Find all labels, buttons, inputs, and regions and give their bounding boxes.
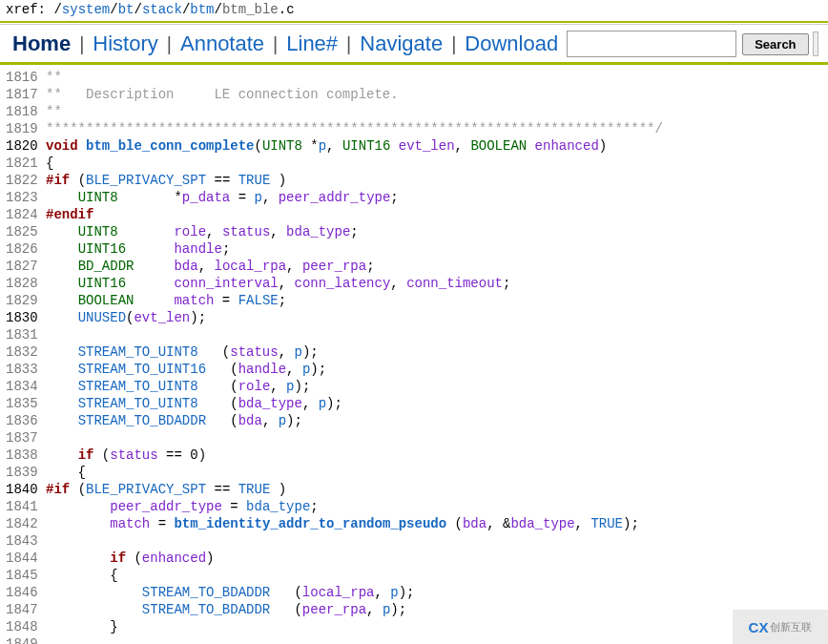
- line-source: if (enhanced): [38, 550, 663, 567]
- nav-sep: |: [161, 33, 177, 55]
- watermark-logo: CX: [749, 619, 769, 635]
- line-number[interactable]: 1849: [6, 635, 38, 644]
- line-number[interactable]: 1821: [6, 155, 38, 172]
- xref-segment[interactable]: btm: [190, 2, 214, 17]
- line-number[interactable]: 1832: [6, 343, 38, 361]
- line-number[interactable]: 1837: [6, 429, 38, 447]
- line-number[interactable]: 1823: [6, 189, 38, 206]
- xref-fileext: .c: [279, 2, 295, 17]
- panel-toggle[interactable]: [813, 31, 818, 56]
- tab-history[interactable]: History: [90, 31, 160, 56]
- line-number[interactable]: 1833: [6, 361, 38, 378]
- code-line: 1846 STREAM_TO_BDADDR (local_rpa, p);: [6, 584, 663, 601]
- line-number[interactable]: 1843: [6, 532, 38, 550]
- line-number[interactable]: 1838: [6, 447, 38, 464]
- search-button[interactable]: Search: [742, 33, 808, 55]
- line-number[interactable]: 1829: [6, 292, 38, 309]
- code-line: 1837: [6, 429, 663, 447]
- code-line: 1844 if (enhanced): [6, 550, 663, 567]
- line-source: {: [38, 464, 663, 481]
- line-number[interactable]: 1845: [6, 567, 38, 584]
- line-source: [38, 532, 663, 550]
- line-source: [38, 429, 663, 447]
- line-source: [38, 326, 663, 343]
- line-source: STREAM_TO_UINT8 (role, p);: [38, 378, 663, 395]
- code-line: 1835 STREAM_TO_UINT8 (bda_type, p);: [6, 395, 663, 412]
- line-number[interactable]: 1831: [6, 326, 38, 343]
- nav-sep: |: [267, 33, 283, 55]
- line-number[interactable]: 1836: [6, 412, 38, 429]
- line-number[interactable]: 1822: [6, 172, 38, 189]
- code-line: 1838 if (status == 0): [6, 447, 663, 464]
- line-number[interactable]: 1825: [6, 223, 38, 240]
- code-line: 1840 #if (BLE_PRIVACY_SPT == TRUE ): [6, 481, 663, 498]
- navbar: Home | History | Annotate | Line# | Navi…: [0, 25, 828, 65]
- xref-segment[interactable]: bt: [118, 2, 135, 17]
- code-line: 1842 match = btm_identity_addr_to_random…: [6, 515, 663, 532]
- xref-label: xref:: [6, 2, 53, 17]
- code-line: 1819 ***********************************…: [6, 120, 663, 137]
- code-line: 1848 }: [6, 618, 663, 635]
- line-source: UINT8 *p_data = p, peer_addr_type;: [38, 189, 663, 206]
- xref-filestem: btm_ble: [222, 2, 279, 17]
- line-source: }: [38, 618, 663, 635]
- watermark-text: 创新互联: [770, 620, 812, 634]
- line-source: peer_addr_type = bda_type;: [38, 498, 663, 515]
- code-line: 1834 STREAM_TO_UINT8 (role, p);: [6, 378, 663, 395]
- line-number[interactable]: 1835: [6, 395, 38, 412]
- line-number[interactable]: 1818: [6, 103, 38, 120]
- line-number[interactable]: 1848: [6, 618, 38, 635]
- line-number[interactable]: 1840: [6, 481, 38, 498]
- code-line: 1828 UINT16 conn_interval, conn_latency,…: [6, 275, 663, 292]
- line-number[interactable]: 1841: [6, 498, 38, 515]
- code-line: 1845 {: [6, 567, 663, 584]
- code-line: 1833 STREAM_TO_UINT16 (handle, p);: [6, 361, 663, 378]
- line-source: STREAM_TO_UINT8 (bda_type, p);: [38, 395, 663, 412]
- code-line: 1831: [6, 326, 663, 343]
- line-number[interactable]: 1819: [6, 120, 38, 137]
- line-number[interactable]: 1842: [6, 515, 38, 532]
- line-number[interactable]: 1847: [6, 601, 38, 618]
- code-line: 1830 UNUSED(evt_len);: [6, 309, 663, 326]
- line-number[interactable]: 1846: [6, 584, 38, 601]
- line-number[interactable]: 1839: [6, 464, 38, 481]
- code-line: 1829 BOOLEAN match = FALSE;: [6, 292, 663, 309]
- search-input[interactable]: [567, 31, 736, 57]
- code-line: 1818 **: [6, 103, 663, 120]
- line-source: STREAM_TO_BDADDR (peer_rpa, p);: [38, 601, 663, 618]
- line-source: STREAM_TO_BDADDR (local_rpa, p);: [38, 584, 663, 601]
- nav-sep: |: [73, 33, 90, 55]
- tab-annotate[interactable]: Annotate: [177, 31, 267, 56]
- code-line: 1816 **: [6, 69, 663, 86]
- tab-line[interactable]: Line#: [283, 31, 341, 56]
- code-line: 1825 UINT8 role, status, bda_type;: [6, 223, 663, 240]
- line-number[interactable]: 1828: [6, 275, 38, 292]
- line-number[interactable]: 1834: [6, 378, 38, 395]
- line-number[interactable]: 1824: [6, 206, 38, 223]
- tab-navigate[interactable]: Navigate: [357, 31, 445, 56]
- code-line: 1832 STREAM_TO_UINT8 (status, p);: [6, 343, 663, 361]
- tab-home[interactable]: Home: [10, 31, 73, 56]
- line-number[interactable]: 1830: [6, 309, 38, 326]
- code-line: 1836 STREAM_TO_BDADDR (bda, p);: [6, 412, 663, 429]
- line-number[interactable]: 1817: [6, 86, 38, 103]
- line-number[interactable]: 1816: [6, 69, 38, 86]
- line-source: STREAM_TO_BDADDR (bda, p);: [38, 412, 663, 429]
- code-line: 1827 BD_ADDR bda, local_rpa, peer_rpa;: [6, 258, 663, 275]
- code-line: 1849: [6, 635, 663, 644]
- line-source: if (status == 0): [38, 447, 663, 464]
- line-source: **: [38, 69, 663, 86]
- line-source: UINT16 handle;: [38, 240, 663, 258]
- tab-download[interactable]: Download: [462, 31, 561, 56]
- watermark: CX 创新互联: [733, 610, 828, 644]
- line-number[interactable]: 1827: [6, 258, 38, 275]
- code-line: 1817 ** Description LE connection comple…: [6, 86, 663, 103]
- xref-segment[interactable]: stack: [142, 2, 182, 17]
- nav-sep: |: [341, 33, 357, 55]
- xref-segment[interactable]: system: [62, 2, 110, 17]
- line-number[interactable]: 1820: [6, 137, 38, 155]
- line-source: #if (BLE_PRIVACY_SPT == TRUE ): [38, 172, 663, 189]
- line-source: UINT16 conn_interval, conn_latency, conn…: [38, 275, 663, 292]
- line-number[interactable]: 1826: [6, 240, 38, 258]
- line-number[interactable]: 1844: [6, 550, 38, 567]
